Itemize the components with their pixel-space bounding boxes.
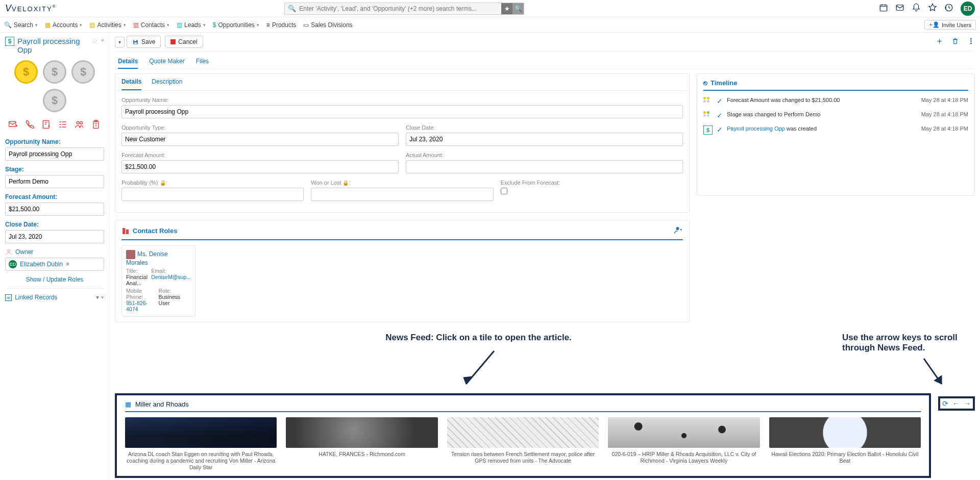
- svg-point-13: [971, 43, 972, 44]
- svg-point-5: [80, 121, 83, 124]
- svg-rect-15: [126, 229, 129, 234]
- opportunity-icon: $: [5, 37, 14, 46]
- add-icon[interactable]: [936, 37, 943, 46]
- mail-add-icon[interactable]: [8, 119, 18, 131]
- nav-activities[interactable]: ▤Activities▾: [89, 21, 126, 29]
- show-roles-link[interactable]: Show / Update Roles: [5, 276, 104, 283]
- search-input[interactable]: [299, 5, 501, 12]
- user-avatar[interactable]: ED: [961, 2, 975, 16]
- nav-salesdiv[interactable]: ▭Sales Divisions: [303, 21, 352, 29]
- note-add-icon[interactable]: [41, 119, 52, 131]
- back-button[interactable]: ▾: [115, 37, 125, 47]
- linked-records-header[interactable]: ∞ Linked Records ▾ +: [5, 288, 104, 301]
- news-nav: ⟳ ← →: [938, 396, 975, 411]
- nav-opportunities[interactable]: $Opportunities▾: [213, 21, 259, 29]
- history-icon[interactable]: [944, 3, 953, 14]
- svg-point-8: [8, 249, 10, 252]
- coin[interactable]: $: [43, 60, 66, 84]
- tab-quote[interactable]: Quote Maker: [149, 55, 184, 69]
- coin-active[interactable]: $: [14, 60, 38, 84]
- timeline-item: Forecast Amount was changed to $21,500.0…: [727, 97, 921, 105]
- stage-coins: $ $ $ $: [5, 60, 104, 112]
- more-icon[interactable]: [967, 37, 975, 46]
- news-icon: ▦: [125, 400, 131, 408]
- owner-chip[interactable]: EDElizabeth Dubin×: [5, 258, 104, 271]
- form-wonlost[interactable]: [311, 188, 493, 201]
- news-tile[interactable]: Hawaii Elections 2020: Primary Election …: [769, 417, 921, 471]
- form-actual[interactable]: [406, 160, 683, 173]
- news-tile[interactable]: HATKE, FRANCES - Richmond.com: [286, 417, 437, 471]
- label: Actual Amount:: [406, 152, 683, 158]
- form-oppname[interactable]: [121, 105, 683, 118]
- form-prob[interactable]: [121, 188, 304, 201]
- nav-products[interactable]: ≡Products: [266, 21, 296, 29]
- news-tile[interactable]: Arizona DL coach Stan Eggen on reuniting…: [125, 417, 277, 471]
- phone-icon[interactable]: [24, 119, 35, 131]
- nav-leads[interactable]: ▥Leads▾: [177, 21, 206, 29]
- forecast-input[interactable]: [5, 203, 104, 216]
- subtab-details[interactable]: Details: [121, 74, 141, 90]
- news-tile[interactable]: Tension rises between French Settlement …: [447, 417, 599, 471]
- oppname-input[interactable]: [5, 147, 104, 161]
- group-icon[interactable]: [74, 119, 84, 131]
- news-next-icon[interactable]: →: [964, 399, 971, 408]
- svg-marker-20: [934, 375, 942, 384]
- add-contact-icon[interactable]: [674, 225, 683, 236]
- tab-details[interactable]: Details: [118, 55, 138, 69]
- form-forecast[interactable]: [121, 160, 399, 173]
- form-close[interactable]: [406, 133, 683, 146]
- annotation-arrow: [919, 356, 949, 392]
- collapse-icon[interactable]: «: [101, 37, 104, 43]
- form-exclude[interactable]: [501, 188, 507, 194]
- svg-rect-3: [43, 121, 49, 129]
- label: Close Date:: [406, 124, 683, 131]
- star-icon[interactable]: [928, 3, 937, 14]
- cancel-button[interactable]: Cancel: [165, 36, 203, 48]
- search-icon: 🔍: [285, 5, 299, 12]
- nav-accounts[interactable]: ▦Accounts▾: [45, 21, 82, 29]
- favorite-star[interactable]: ☆: [91, 37, 98, 45]
- timeline-icon: ⎋: [703, 79, 707, 87]
- subtab-description[interactable]: Description: [152, 74, 182, 90]
- bell-icon[interactable]: [912, 3, 921, 14]
- form-opptype[interactable]: [121, 133, 399, 146]
- owner-label: Owner: [15, 248, 33, 256]
- coin[interactable]: $: [71, 60, 95, 84]
- contact-roles-header: Contact Roles: [133, 227, 177, 235]
- coin[interactable]: $: [43, 89, 66, 112]
- news-prev-icon[interactable]: ←: [952, 399, 960, 408]
- nav-search[interactable]: 🔍Search▾: [4, 21, 38, 29]
- label: Forecast Amount:: [5, 193, 104, 200]
- tab-files[interactable]: Files: [196, 55, 209, 69]
- mail-icon[interactable]: [895, 3, 904, 14]
- delete-icon[interactable]: [951, 37, 959, 46]
- save-button[interactable]: Save: [127, 36, 161, 48]
- annotation-arrow: [458, 346, 499, 392]
- global-search[interactable]: 🔍 ★ 🔍: [284, 3, 524, 15]
- svg-point-16: [676, 227, 679, 230]
- news-refresh-icon[interactable]: ⟳: [942, 399, 948, 408]
- timeline-item: Payroll processing Opp was created: [727, 125, 921, 135]
- search-go-button[interactable]: 🔍: [512, 3, 524, 14]
- label: Probability (%)🔒:: [121, 180, 304, 186]
- record-title: Payroll processing Opp: [17, 37, 89, 54]
- label: Opportunity Name:: [121, 97, 683, 103]
- search-star-button[interactable]: ★: [501, 3, 512, 14]
- close-input[interactable]: [5, 230, 104, 243]
- news-header: Miller and Rhoads: [135, 400, 189, 408]
- nav-contacts[interactable]: ▥Contacts▾: [133, 21, 169, 29]
- news-tile[interactable]: 020-6-019 – HRIP Miller & Rhoads Acquisi…: [608, 417, 760, 471]
- stage-input[interactable]: [5, 175, 104, 188]
- svg-rect-1: [896, 5, 903, 11]
- label: Close Date:: [5, 221, 104, 228]
- task-icon[interactable]: [58, 119, 68, 131]
- contact-card[interactable]: Ms. Denise Morales Title:Financial Anal.…: [121, 245, 195, 317]
- clipboard-icon[interactable]: [91, 119, 101, 131]
- calendar-icon[interactable]: [879, 3, 888, 14]
- svg-point-12: [971, 41, 972, 42]
- svg-rect-9: [134, 40, 136, 41]
- svg-point-11: [971, 38, 972, 39]
- invite-users-button[interactable]: +👤Invite Users: [924, 20, 976, 30]
- svg-marker-18: [463, 376, 473, 384]
- label: Won or Lost🔒:: [311, 180, 493, 186]
